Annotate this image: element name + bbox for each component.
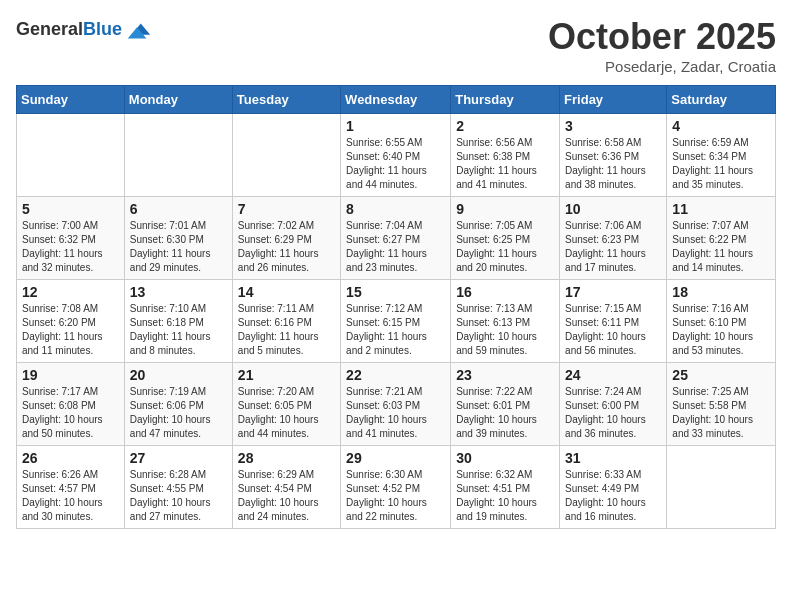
calendar-week-5: 26Sunrise: 6:26 AM Sunset: 4:57 PM Dayli… [17,446,776,529]
day-info: Sunrise: 7:05 AM Sunset: 6:25 PM Dayligh… [456,219,554,275]
calendar-cell [17,114,125,197]
weekday-header-tuesday: Tuesday [232,86,340,114]
day-info: Sunrise: 6:28 AM Sunset: 4:55 PM Dayligh… [130,468,227,524]
calendar-cell: 5Sunrise: 7:00 AM Sunset: 6:32 PM Daylig… [17,197,125,280]
weekday-header-sunday: Sunday [17,86,125,114]
calendar-week-3: 12Sunrise: 7:08 AM Sunset: 6:20 PM Dayli… [17,280,776,363]
day-info: Sunrise: 6:26 AM Sunset: 4:57 PM Dayligh… [22,468,119,524]
day-number: 8 [346,201,445,217]
day-number: 27 [130,450,227,466]
day-number: 9 [456,201,554,217]
day-info: Sunrise: 7:07 AM Sunset: 6:22 PM Dayligh… [672,219,770,275]
day-number: 4 [672,118,770,134]
day-number: 24 [565,367,661,383]
calendar-cell: 21Sunrise: 7:20 AM Sunset: 6:05 PM Dayli… [232,363,340,446]
page-header: GeneralBlue October 2025 Posedarje, Zada… [16,16,776,75]
day-number: 3 [565,118,661,134]
day-number: 20 [130,367,227,383]
calendar-cell [667,446,776,529]
day-info: Sunrise: 7:22 AM Sunset: 6:01 PM Dayligh… [456,385,554,441]
day-number: 21 [238,367,335,383]
calendar-cell: 1Sunrise: 6:55 AM Sunset: 6:40 PM Daylig… [341,114,451,197]
calendar-cell: 14Sunrise: 7:11 AM Sunset: 6:16 PM Dayli… [232,280,340,363]
day-info: Sunrise: 7:06 AM Sunset: 6:23 PM Dayligh… [565,219,661,275]
day-info: Sunrise: 7:21 AM Sunset: 6:03 PM Dayligh… [346,385,445,441]
day-info: Sunrise: 7:19 AM Sunset: 6:06 PM Dayligh… [130,385,227,441]
calendar-week-4: 19Sunrise: 7:17 AM Sunset: 6:08 PM Dayli… [17,363,776,446]
day-number: 22 [346,367,445,383]
day-info: Sunrise: 7:11 AM Sunset: 6:16 PM Dayligh… [238,302,335,358]
weekday-header-friday: Friday [560,86,667,114]
calendar-cell: 2Sunrise: 6:56 AM Sunset: 6:38 PM Daylig… [451,114,560,197]
day-number: 23 [456,367,554,383]
calendar-cell: 29Sunrise: 6:30 AM Sunset: 4:52 PM Dayli… [341,446,451,529]
day-number: 6 [130,201,227,217]
day-info: Sunrise: 7:12 AM Sunset: 6:15 PM Dayligh… [346,302,445,358]
calendar-cell: 18Sunrise: 7:16 AM Sunset: 6:10 PM Dayli… [667,280,776,363]
day-info: Sunrise: 6:58 AM Sunset: 6:36 PM Dayligh… [565,136,661,192]
day-info: Sunrise: 6:29 AM Sunset: 4:54 PM Dayligh… [238,468,335,524]
day-number: 11 [672,201,770,217]
day-info: Sunrise: 6:32 AM Sunset: 4:51 PM Dayligh… [456,468,554,524]
calendar-cell: 24Sunrise: 7:24 AM Sunset: 6:00 PM Dayli… [560,363,667,446]
day-number: 10 [565,201,661,217]
calendar-cell: 27Sunrise: 6:28 AM Sunset: 4:55 PM Dayli… [124,446,232,529]
calendar-cell: 17Sunrise: 7:15 AM Sunset: 6:11 PM Dayli… [560,280,667,363]
day-number: 19 [22,367,119,383]
weekday-header-row: SundayMondayTuesdayWednesdayThursdayFrid… [17,86,776,114]
weekday-header-thursday: Thursday [451,86,560,114]
day-info: Sunrise: 7:04 AM Sunset: 6:27 PM Dayligh… [346,219,445,275]
day-info: Sunrise: 7:15 AM Sunset: 6:11 PM Dayligh… [565,302,661,358]
day-info: Sunrise: 6:30 AM Sunset: 4:52 PM Dayligh… [346,468,445,524]
day-info: Sunrise: 7:00 AM Sunset: 6:32 PM Dayligh… [22,219,119,275]
title-block: October 2025 Posedarje, Zadar, Croatia [548,16,776,75]
logo-icon [124,16,152,44]
calendar-cell: 6Sunrise: 7:01 AM Sunset: 6:30 PM Daylig… [124,197,232,280]
calendar-cell [232,114,340,197]
calendar-cell: 30Sunrise: 6:32 AM Sunset: 4:51 PM Dayli… [451,446,560,529]
calendar-cell [124,114,232,197]
day-number: 7 [238,201,335,217]
day-number: 15 [346,284,445,300]
weekday-header-monday: Monday [124,86,232,114]
day-info: Sunrise: 7:17 AM Sunset: 6:08 PM Dayligh… [22,385,119,441]
day-number: 25 [672,367,770,383]
calendar-cell: 22Sunrise: 7:21 AM Sunset: 6:03 PM Dayli… [341,363,451,446]
calendar-cell: 31Sunrise: 6:33 AM Sunset: 4:49 PM Dayli… [560,446,667,529]
calendar-cell: 4Sunrise: 6:59 AM Sunset: 6:34 PM Daylig… [667,114,776,197]
logo-general: GeneralBlue [16,20,122,40]
calendar-week-2: 5Sunrise: 7:00 AM Sunset: 6:32 PM Daylig… [17,197,776,280]
logo: GeneralBlue [16,16,152,44]
calendar-week-1: 1Sunrise: 6:55 AM Sunset: 6:40 PM Daylig… [17,114,776,197]
day-info: Sunrise: 7:10 AM Sunset: 6:18 PM Dayligh… [130,302,227,358]
day-info: Sunrise: 7:01 AM Sunset: 6:30 PM Dayligh… [130,219,227,275]
day-info: Sunrise: 6:55 AM Sunset: 6:40 PM Dayligh… [346,136,445,192]
day-info: Sunrise: 7:13 AM Sunset: 6:13 PM Dayligh… [456,302,554,358]
day-info: Sunrise: 7:24 AM Sunset: 6:00 PM Dayligh… [565,385,661,441]
calendar-cell: 19Sunrise: 7:17 AM Sunset: 6:08 PM Dayli… [17,363,125,446]
calendar-cell: 11Sunrise: 7:07 AM Sunset: 6:22 PM Dayli… [667,197,776,280]
day-number: 30 [456,450,554,466]
day-info: Sunrise: 7:20 AM Sunset: 6:05 PM Dayligh… [238,385,335,441]
day-number: 16 [456,284,554,300]
calendar-cell: 7Sunrise: 7:02 AM Sunset: 6:29 PM Daylig… [232,197,340,280]
calendar-cell: 28Sunrise: 6:29 AM Sunset: 4:54 PM Dayli… [232,446,340,529]
day-info: Sunrise: 6:56 AM Sunset: 6:38 PM Dayligh… [456,136,554,192]
day-number: 12 [22,284,119,300]
month-title: October 2025 [548,16,776,58]
weekday-header-saturday: Saturday [667,86,776,114]
calendar-cell: 25Sunrise: 7:25 AM Sunset: 5:58 PM Dayli… [667,363,776,446]
day-number: 5 [22,201,119,217]
calendar-cell: 12Sunrise: 7:08 AM Sunset: 6:20 PM Dayli… [17,280,125,363]
calendar-cell: 15Sunrise: 7:12 AM Sunset: 6:15 PM Dayli… [341,280,451,363]
calendar-cell: 3Sunrise: 6:58 AM Sunset: 6:36 PM Daylig… [560,114,667,197]
calendar-cell: 20Sunrise: 7:19 AM Sunset: 6:06 PM Dayli… [124,363,232,446]
day-info: Sunrise: 7:25 AM Sunset: 5:58 PM Dayligh… [672,385,770,441]
day-info: Sunrise: 7:16 AM Sunset: 6:10 PM Dayligh… [672,302,770,358]
calendar-cell: 23Sunrise: 7:22 AM Sunset: 6:01 PM Dayli… [451,363,560,446]
day-number: 14 [238,284,335,300]
calendar-cell: 8Sunrise: 7:04 AM Sunset: 6:27 PM Daylig… [341,197,451,280]
day-number: 2 [456,118,554,134]
day-info: Sunrise: 7:08 AM Sunset: 6:20 PM Dayligh… [22,302,119,358]
calendar-cell: 9Sunrise: 7:05 AM Sunset: 6:25 PM Daylig… [451,197,560,280]
